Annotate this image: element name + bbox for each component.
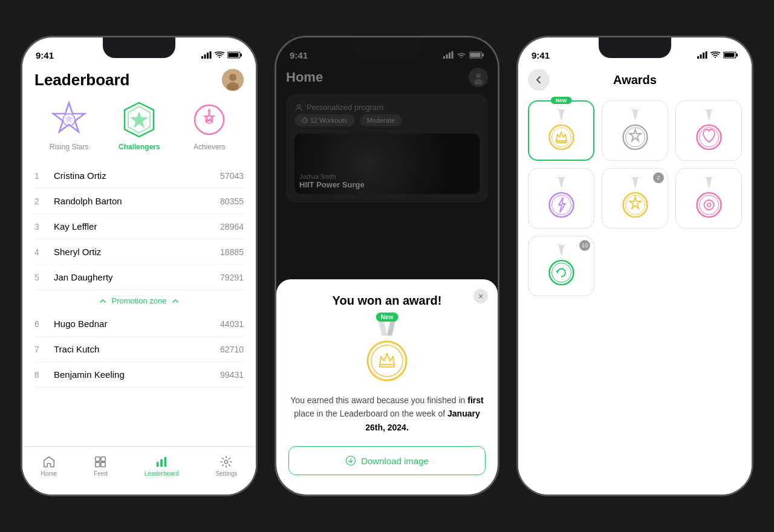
awards-screen: Awards New [518,64,752,495]
svg-marker-77 [556,245,567,256]
lb-score-5: 79291 [220,273,244,282]
modal-medal: New [360,317,414,384]
award-count-2: 2 [653,172,664,183]
lb-row-7[interactable]: 7 Traci Kutch 62710 [34,337,244,362]
awards-grid: New [518,100,752,296]
lb-name-4: Sheryl Ortiz [54,247,220,257]
leaderboard-title: Leaderboard [34,71,130,89]
svg-rect-25 [164,456,167,467]
battery-icon [227,51,242,59]
lb-name-3: Kay Leffler [54,221,220,232]
award-medal-large [360,317,414,384]
category-achievers[interactable]: Achievers [190,100,229,151]
leaderboard-list-bottom: 6 Hugo Bednar 44031 7 Traci Kutch 62710 … [34,311,244,388]
svg-marker-72 [703,177,715,188]
lb-score-8: 99431 [220,370,244,380]
modal-text-before: You earned this award because you finish… [290,395,465,405]
lb-row-3[interactable]: 3 Kay Leffler 28964 [34,214,244,239]
lb-score-3: 28964 [220,222,244,232]
lb-row-6[interactable]: 6 Hugo Bednar 44031 [34,311,244,337]
back-button[interactable] [528,69,550,91]
category-rising-stars[interactable]: Rising Stars [50,100,89,151]
lb-rank-2: 2 [34,196,47,206]
settings-icon [220,455,233,469]
lb-row-1[interactable]: 1 Cristina Ortiz 57043 [34,163,244,189]
svg-point-79 [551,263,571,282]
lb-name-5: Jan Daugherty [54,272,220,282]
achievers-icon [190,100,229,139]
svg-marker-65 [556,177,567,188]
award-play-pink [692,177,726,219]
lb-row-5[interactable]: 5 Jan Daugherty 79291 [34,265,244,290]
award-cell-heart-pink[interactable] [675,100,742,161]
svg-rect-23 [157,462,159,467]
award-cell-play-pink[interactable] [675,168,742,229]
status-icons-3 [697,51,738,59]
svg-rect-19 [96,456,100,461]
nav-settings[interactable]: Settings [215,455,237,477]
signal-icon-3 [697,51,707,59]
nav-feed-label: Feed [94,470,108,477]
svg-rect-48 [700,54,702,59]
awards-title: Awards [550,73,720,87]
award-cell-lightning-purple[interactable] [528,168,594,229]
award-heart-pink [692,109,726,152]
lb-row-2[interactable]: 2 Randolph Barton 80355 [34,189,244,214]
award-cell-star-yellow[interactable]: 2 [602,168,668,229]
award-refresh-green [545,245,578,287]
svg-rect-6 [229,53,239,57]
battery-icon-3 [723,51,738,59]
rising-stars-badge [50,100,88,139]
challengers-label: Challengers [119,143,160,151]
nav-leaderboard[interactable]: Leaderboard [145,455,179,477]
rising-stars-icon [50,100,88,139]
lb-score-1: 57043 [220,171,244,181]
user-avatar[interactable] [222,69,244,91]
modal-close-button[interactable]: × [473,289,488,303]
svg-rect-5 [241,54,242,57]
lb-rank-6: 6 [34,319,47,329]
download-icon [345,455,356,466]
svg-point-41 [371,345,403,377]
nav-feed[interactable]: Feed [94,455,108,477]
status-icons-1 [201,51,242,59]
svg-rect-2 [207,53,209,59]
modal-overlay: × You won an award! New [276,37,498,495]
wifi-icon-3 [711,51,720,59]
feed-icon [94,455,107,469]
leaderboard-header: Leaderboard [34,64,244,100]
promotion-zone: Promotion zone [34,290,244,311]
phone-notch-1 [103,37,175,58]
modal-bold-text: first [467,395,483,405]
svg-rect-50 [706,51,707,59]
svg-marker-15 [130,111,148,128]
phone-home: 9:41 [275,36,499,496]
nav-home-label: Home [41,470,57,477]
status-time-3: 9:41 [532,50,550,60]
lb-row-4[interactable]: 4 Sheryl Ortiz 18885 [34,239,244,265]
nav-leaderboard-label: Leaderboard [145,470,179,477]
svg-point-43 [380,355,382,357]
download-image-button[interactable]: Download image [288,446,486,475]
award-crown-gold [545,109,578,152]
lb-score-7: 62710 [220,345,244,354]
modal-description: You earned this award because you finish… [288,394,486,434]
home-icon [42,455,56,469]
nav-settings-label: Settings [215,470,237,477]
nav-home[interactable]: Home [41,455,57,477]
award-cell-star-grey[interactable] [602,100,668,161]
lb-row-8[interactable]: 8 Benjamin Keeling 99431 [34,362,244,388]
category-challengers[interactable]: Challengers [119,100,160,151]
rising-stars-label: Rising Stars [50,143,89,151]
svg-point-74 [699,195,718,215]
leaderboard-list-top: 1 Cristina Ortiz 57043 2 Randolph Barton… [34,163,244,290]
award-cell-refresh-green[interactable]: 10 [528,236,594,296]
lb-rank-8: 8 [34,370,47,380]
svg-rect-1 [204,54,206,59]
download-button-label: Download image [361,456,429,466]
award-cell-crown-gold[interactable]: New [528,100,594,161]
svg-rect-3 [210,51,212,59]
lb-score-4: 18885 [220,247,244,257]
phone-inner-2: 9:41 [276,37,498,495]
challengers-badge [120,100,158,139]
